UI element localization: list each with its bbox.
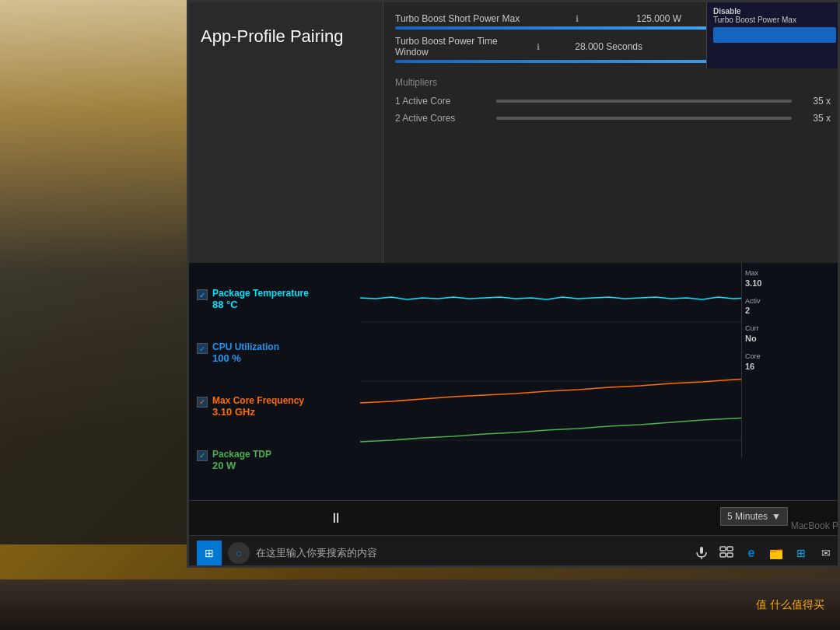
turbo-short-slider[interactable] xyxy=(395,26,722,30)
package-temp-value: 88 °C xyxy=(212,299,309,310)
pause-button[interactable]: ⏸ xyxy=(329,510,343,527)
search-text[interactable]: 在这里输入你要搜索的内容 xyxy=(256,546,687,560)
bottom-strip: 值 什么值得买 xyxy=(0,579,840,630)
sidebar-core-label: Core xyxy=(745,352,789,362)
edge-button[interactable]: e xyxy=(743,544,760,562)
legend-cpu-util: ✓ CPU Utilization 100 % xyxy=(197,341,352,364)
multipliers-section: Multipliers 1 Active Core 35 x 2 Active … xyxy=(395,71,831,124)
monitoring-graph xyxy=(360,263,792,500)
time-selector[interactable]: 5 Minutes ▼ xyxy=(720,507,788,526)
package-temp-checkbox[interactable]: ✓ xyxy=(197,289,208,300)
svg-rect-9 xyxy=(727,553,733,557)
time-dropdown-arrow[interactable]: ▼ xyxy=(772,511,781,522)
turbo-short-value: 125.000 W xyxy=(588,13,681,24)
max-freq-value: 3.10 GHz xyxy=(212,406,304,418)
start-icon: ⊞ xyxy=(205,547,214,559)
monitor-sidebar: Max 3.10 Activ 2 Curr No Core 16 xyxy=(741,263,792,457)
sidebar-curr-value: No xyxy=(745,334,789,343)
sidebar-active-label: Activ xyxy=(745,297,789,306)
start-button[interactable]: ⊞ xyxy=(197,541,222,565)
mic-icon-button[interactable] xyxy=(693,544,710,562)
cpu-util-value: 100 % xyxy=(212,352,279,364)
time-window-label: 5 Minutes xyxy=(727,511,768,522)
store-button[interactable]: ⊞ xyxy=(793,544,810,562)
turbo-boost-power-max-label: Turbo Boost Power Max xyxy=(713,16,836,24)
sidebar-max-label: Max xyxy=(745,269,789,278)
active-core-1-row: 1 Active Core 35 x xyxy=(395,96,831,107)
multipliers-heading: Multipliers xyxy=(395,77,831,88)
app-profile-section: App-Profile Pairing xyxy=(189,2,383,263)
sidebar-max: Max 3.10 xyxy=(745,269,789,288)
mail-button[interactable]: ✉ xyxy=(817,544,835,562)
graph-controls: ⏸ 5 Minutes ▼ xyxy=(189,500,840,535)
disable-label: Disable xyxy=(713,7,836,16)
legend-max-freq: ✓ Max Core Frequency 3.10 GHz xyxy=(197,395,352,418)
disable-turbo-bar[interactable] xyxy=(713,27,836,43)
active-cores-2-value: 35 x xyxy=(800,113,831,124)
svg-rect-4 xyxy=(700,547,703,554)
watermark: 值 什么值得买 xyxy=(756,598,824,612)
cpu-util-label: CPU Utilization xyxy=(212,341,279,352)
sidebar-core: Core 16 xyxy=(745,352,789,371)
sidebar-core-value: 16 xyxy=(745,362,789,371)
cpu-util-checkbox[interactable]: ✓ xyxy=(197,343,208,354)
macbook-label: MacBook P xyxy=(791,520,838,531)
max-freq-label: Max Core Frequency xyxy=(212,395,304,406)
graph-svg xyxy=(360,263,792,500)
file-explorer-button[interactable] xyxy=(768,544,785,562)
active-core-1-label: 1 Active Core xyxy=(395,96,496,107)
info-icon-2[interactable]: ℹ xyxy=(537,42,540,52)
max-freq-checkbox[interactable]: ✓ xyxy=(197,397,208,408)
info-icon-1[interactable]: ℹ xyxy=(576,14,579,24)
turbo-time-label: Turbo Boost Power Time Window xyxy=(395,36,527,58)
sidebar-curr: Curr No xyxy=(745,324,789,343)
app-profile-title: App-Profile Pairing xyxy=(201,26,371,48)
cortana-icon: ○ xyxy=(236,547,242,559)
package-tdp-value: 20 W xyxy=(212,460,271,471)
sidebar-max-value: 3.10 xyxy=(745,278,789,288)
cortana-button[interactable]: ○ xyxy=(228,542,250,564)
package-tdp-label: Package TDP xyxy=(212,449,271,460)
taskbar-icons: e ⊞ ✉ xyxy=(693,544,835,562)
disable-turbo-panel: Disable Turbo Boost Power Max xyxy=(706,2,840,68)
taskbar: ⊞ ○ 在这里输入你要搜索的内容 xyxy=(189,535,840,568)
sidebar-active-value: 2 xyxy=(745,306,789,315)
legend-container: ✓ Package Temperature 88 °C ✓ CPU Utiliz… xyxy=(189,263,360,500)
sidebar-active: Activ 2 xyxy=(745,297,789,316)
turbo-settings: Disable Turbo Boost Power Max Turbo Boos… xyxy=(383,2,840,263)
active-cores-2-row: 2 Active Cores 35 x xyxy=(395,113,831,124)
svg-rect-6 xyxy=(720,547,726,551)
package-tdp-checkbox[interactable]: ✓ xyxy=(197,450,208,461)
laptop-screen: App-Profile Pairing Disable Turbo Boost … xyxy=(187,0,840,568)
monitoring-panel: 🔍 ✓ Package Temperature 88 °C xyxy=(189,263,840,568)
turbo-short-label: Turbo Boost Short Power Max xyxy=(395,13,566,24)
settings-panel: App-Profile Pairing Disable Turbo Boost … xyxy=(189,2,840,263)
virtual-desktop-button[interactable] xyxy=(718,544,735,562)
sidebar-curr-label: Curr xyxy=(745,324,789,334)
active-core-1-value: 35 x xyxy=(800,96,831,107)
turbo-time-value: 28.000 Seconds xyxy=(549,41,642,52)
active-core-1-slider[interactable] xyxy=(496,100,792,103)
active-cores-2-slider[interactable] xyxy=(496,117,792,120)
svg-rect-7 xyxy=(727,547,733,551)
legend-package-temp: ✓ Package Temperature 88 °C xyxy=(197,288,352,310)
legend-package-tdp: ✓ Package TDP 20 W xyxy=(197,449,352,471)
active-cores-2-label: 2 Active Cores xyxy=(395,113,496,124)
package-temp-label: Package Temperature xyxy=(212,288,309,299)
desk-background xyxy=(0,0,202,544)
graph-area: ✓ Package Temperature 88 °C ✓ CPU Utiliz… xyxy=(189,263,792,500)
svg-rect-8 xyxy=(720,553,726,557)
